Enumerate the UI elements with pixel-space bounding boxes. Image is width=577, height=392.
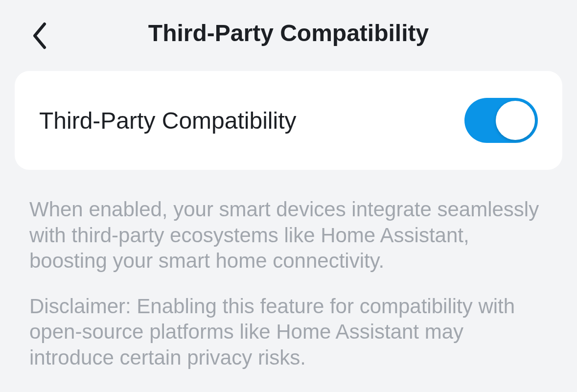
description-block: When enabled, your smart devices integra… — [29, 197, 548, 370]
page-title: Third-Party Compatibility — [29, 20, 548, 46]
setting-label: Third-Party Compatibility — [39, 107, 296, 134]
third-party-compatibility-toggle[interactable] — [464, 98, 538, 143]
description-paragraph-2: Disclaimer: Enabling this feature for co… — [29, 294, 548, 371]
setting-row: Third-Party Compatibility — [15, 71, 562, 170]
header: Third-Party Compatibility — [0, 0, 577, 71]
back-button[interactable] — [29, 20, 49, 52]
chevron-left-icon — [32, 22, 46, 49]
toggle-knob — [496, 101, 535, 140]
description-paragraph-1: When enabled, your smart devices integra… — [29, 197, 548, 274]
